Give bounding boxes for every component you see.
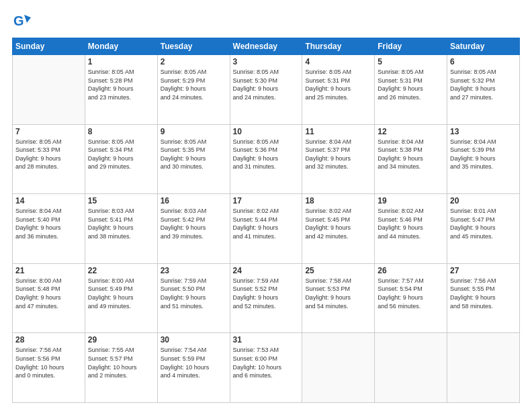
day-number: 1	[88, 57, 154, 66]
day-info: Sunset: 5:33 PM	[15, 146, 82, 154]
calendar-cell: 21Sunrise: 8:00 AMSunset: 5:48 PMDayligh…	[13, 263, 85, 333]
day-number: 30	[161, 335, 227, 345]
calendar-cell: 6Sunrise: 8:05 AMSunset: 5:32 PMDaylight…	[447, 55, 520, 125]
day-info: and 44 minutes.	[378, 232, 444, 241]
day-info: Daylight: 9 hours	[233, 85, 300, 93]
day-number: 2	[161, 57, 227, 66]
day-info: Sunrise: 7:56 AM	[450, 277, 517, 285]
logo-icon: G	[12, 12, 31, 31]
day-info: Sunset: 5:37 PM	[305, 146, 371, 154]
day-number: 15	[88, 196, 154, 205]
calendar-cell: 5Sunrise: 8:05 AMSunset: 5:31 PMDaylight…	[375, 55, 447, 125]
day-info: and 0 minutes.	[15, 371, 82, 380]
day-info: Sunset: 5:48 PM	[15, 285, 82, 293]
day-info: Daylight: 9 hours	[161, 224, 227, 232]
day-info: Sunrise: 7:54 AM	[161, 346, 227, 355]
day-number: 19	[378, 196, 444, 205]
calendar-cell: 12Sunrise: 8:04 AMSunset: 5:38 PMDayligh…	[375, 124, 447, 194]
day-info: Sunset: 5:38 PM	[378, 146, 444, 154]
weekday-header-monday: Monday	[85, 38, 157, 55]
day-info: Sunset: 5:56 PM	[15, 355, 82, 363]
day-info: Daylight: 9 hours	[88, 293, 154, 302]
weekday-header-thursday: Thursday	[302, 38, 375, 55]
day-info: Daylight: 9 hours	[450, 293, 517, 302]
calendar-cell: 17Sunrise: 8:02 AMSunset: 5:44 PMDayligh…	[230, 194, 302, 264]
calendar-cell: 26Sunrise: 7:57 AMSunset: 5:54 PMDayligh…	[375, 263, 447, 333]
day-info: and 30 minutes.	[161, 163, 227, 171]
day-info: and 34 minutes.	[378, 163, 444, 171]
day-info: Sunrise: 8:05 AM	[378, 68, 444, 77]
weekday-header-tuesday: Tuesday	[157, 38, 230, 55]
calendar-cell: 24Sunrise: 7:59 AMSunset: 5:52 PMDayligh…	[230, 263, 302, 333]
day-number: 28	[15, 335, 82, 345]
day-info: Sunrise: 8:02 AM	[378, 207, 444, 216]
day-info: Sunrise: 8:04 AM	[15, 207, 82, 216]
day-info: and 58 minutes.	[450, 302, 517, 311]
day-info: Daylight: 9 hours	[15, 154, 82, 163]
day-number: 6	[450, 57, 517, 66]
calendar-cell: 16Sunrise: 8:03 AMSunset: 5:42 PMDayligh…	[157, 194, 230, 264]
day-info: and 4 minutes.	[161, 371, 227, 380]
day-info: Daylight: 9 hours	[233, 224, 300, 232]
day-info: Sunrise: 8:05 AM	[161, 138, 227, 146]
day-info: Daylight: 9 hours	[15, 293, 82, 302]
calendar-cell	[447, 333, 520, 403]
day-number: 7	[15, 127, 82, 136]
day-number: 16	[161, 196, 227, 205]
calendar-cell: 28Sunrise: 7:56 AMSunset: 5:56 PMDayligh…	[13, 333, 85, 403]
day-info: and 38 minutes.	[88, 232, 154, 241]
day-number: 11	[305, 127, 371, 136]
day-info: Daylight: 9 hours	[233, 154, 300, 163]
day-number: 22	[88, 266, 154, 275]
day-info: Sunrise: 8:05 AM	[88, 138, 154, 146]
calendar-cell: 31Sunrise: 7:53 AMSunset: 6:00 PMDayligh…	[230, 333, 302, 403]
day-info: Sunset: 5:30 PM	[233, 77, 300, 85]
day-number: 9	[161, 127, 227, 136]
day-info: Sunrise: 7:53 AM	[233, 346, 300, 355]
calendar-cell: 23Sunrise: 7:59 AMSunset: 5:50 PMDayligh…	[157, 263, 230, 333]
day-info: Daylight: 9 hours	[161, 293, 227, 302]
calendar-cell: 30Sunrise: 7:54 AMSunset: 5:59 PMDayligh…	[157, 333, 230, 403]
day-info: Daylight: 9 hours	[378, 85, 444, 93]
day-number: 14	[15, 196, 82, 205]
calendar-cell: 9Sunrise: 8:05 AMSunset: 5:35 PMDaylight…	[157, 124, 230, 194]
day-info: Daylight: 9 hours	[15, 224, 82, 232]
day-info: Sunset: 5:49 PM	[88, 285, 154, 293]
day-number: 25	[305, 266, 371, 275]
day-info: Sunrise: 8:03 AM	[161, 207, 227, 216]
weekday-header-saturday: Saturday	[447, 38, 520, 55]
day-info: Sunset: 5:52 PM	[233, 285, 300, 293]
day-info: Sunset: 5:47 PM	[450, 216, 517, 224]
day-info: and 45 minutes.	[450, 232, 517, 241]
day-info: Sunrise: 7:58 AM	[305, 277, 371, 285]
day-number: 13	[450, 127, 517, 136]
day-info: Sunset: 5:44 PM	[233, 216, 300, 224]
day-info: Sunrise: 8:01 AM	[450, 207, 517, 216]
calendar-cell: 19Sunrise: 8:02 AMSunset: 5:46 PMDayligh…	[375, 194, 447, 264]
day-info: Sunset: 5:31 PM	[305, 77, 371, 85]
day-info: Sunset: 5:36 PM	[233, 146, 300, 154]
day-info: and 54 minutes.	[305, 302, 371, 311]
day-number: 31	[233, 335, 300, 345]
day-info: Daylight: 9 hours	[233, 293, 300, 302]
day-info: and 28 minutes.	[15, 163, 82, 171]
day-info: and 51 minutes.	[161, 302, 227, 311]
day-info: Sunset: 5:45 PM	[305, 216, 371, 224]
day-info: and 2 minutes.	[88, 371, 154, 380]
calendar-cell: 11Sunrise: 8:04 AMSunset: 5:37 PMDayligh…	[302, 124, 375, 194]
weekday-header-friday: Friday	[375, 38, 447, 55]
day-info: Sunrise: 7:59 AM	[233, 277, 300, 285]
day-info: Sunset: 5:39 PM	[450, 146, 517, 154]
day-info: Sunset: 5:53 PM	[305, 285, 371, 293]
day-info: Daylight: 9 hours	[305, 85, 371, 93]
day-info: Sunrise: 7:56 AM	[15, 346, 82, 355]
logo: G	[12, 12, 34, 31]
day-info: Daylight: 9 hours	[161, 154, 227, 163]
weekday-header-sunday: Sunday	[13, 38, 85, 55]
day-number: 4	[305, 57, 371, 66]
day-info: and 26 minutes.	[378, 93, 444, 102]
day-number: 26	[378, 266, 444, 275]
svg-marker-1	[24, 15, 31, 23]
day-info: and 47 minutes.	[15, 302, 82, 311]
day-info: Sunrise: 8:05 AM	[233, 138, 300, 146]
